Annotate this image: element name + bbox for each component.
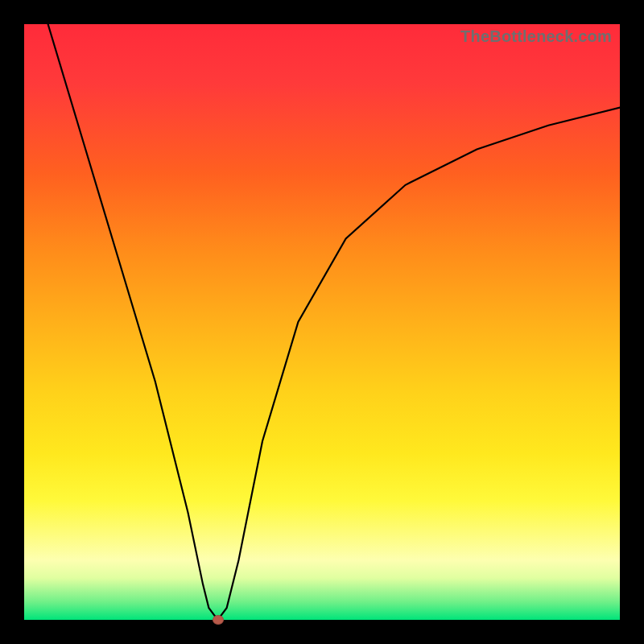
chart-container: TheBottleneck.com (0, 0, 644, 644)
minimum-marker (213, 615, 224, 625)
watermark-text: TheBottleneck.com (460, 27, 612, 46)
plot-area: TheBottleneck.com (24, 24, 620, 620)
curve-path (48, 24, 620, 620)
bottleneck-curve (24, 24, 620, 620)
